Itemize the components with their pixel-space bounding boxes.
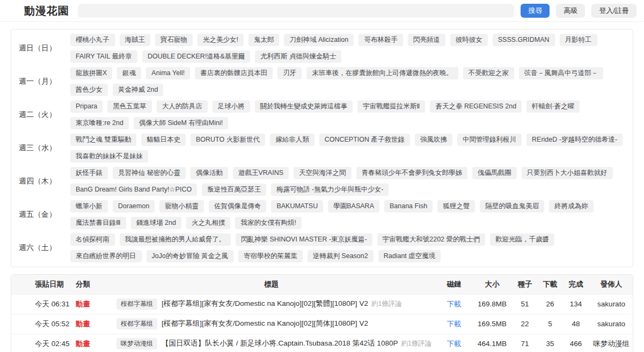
show-tag[interactable]: 名偵探柯南 [70,233,115,246]
show-tag[interactable]: 青春豬頭少年不會夢到兔女郎學姊 [356,167,468,179]
show-tag[interactable]: 錢進球場 2nd [131,217,181,229]
show-tag[interactable]: 軒轅劍·蒼之曜 [526,100,580,113]
show-tag[interactable]: 逆轉裁判 Season2 [308,250,374,262]
magnet-download-link[interactable]: 下載 [447,340,462,348]
show-tag[interactable]: 蒼天之拳 REGENESIS 2nd [430,100,522,113]
show-tag[interactable]: 火之丸相撲 [186,217,231,229]
show-tag[interactable]: 隔壁的吸血鬼美眉 [480,200,544,212]
show-tag[interactable]: 末班車後，在膠囊旅館向上司傳遞微熱的夜晚。 [306,67,458,79]
show-tag[interactable]: 閃亮頻道 [408,34,445,46]
show-tag[interactable]: SSSS.GRIDMAN [493,34,555,46]
title-link[interactable]: [桜都字幕组][家有女友/Domestic na Kanojo][02][简体]… [162,319,368,327]
show-tag[interactable]: 貓貓日本史 [141,134,186,146]
publisher-link[interactable]: sakurato [597,300,625,308]
show-tag[interactable]: 刃牙 [277,67,302,79]
show-tag[interactable]: 寄宿學校的茱麗葉 [238,250,303,262]
show-tag[interactable]: 來自繽紛世界的明日 [70,250,142,262]
show-tag[interactable]: 見習神仙 秘密的心靈 [113,167,186,179]
show-tag[interactable]: Doraemon [113,200,155,212]
show-tag[interactable]: 梅露可物語 -無氣力少年與瓶中少女- [271,184,389,196]
show-tag[interactable]: FAIRY TAIL 最終章 [70,50,137,63]
show-tag[interactable]: 龍族拼圖X [70,67,112,79]
show-tag[interactable]: 我讓最想被擁抱的男人給威脅了。 [120,233,231,246]
show-tag[interactable]: CONCEPTION 產子救世錄 [319,134,410,146]
show-tag[interactable]: 鬼太郎 [248,34,280,46]
category-link[interactable]: 動畫 [76,320,90,328]
show-tag[interactable]: 寶石寵物 [155,34,193,46]
category-link[interactable]: 動畫 [76,300,90,308]
show-tag[interactable]: Radiant 虛空魔境 [378,250,441,262]
show-tag[interactable]: 戰鬥之魂 雙重驅動 [70,134,136,146]
login-register-button[interactable]: 登入/註冊 [591,4,636,18]
group-tag[interactable]: 桜都字幕组 [116,318,157,329]
show-tag[interactable]: 偶像大師 SideM 有理由Mini! [134,117,228,129]
header-downloads: 下載 [538,275,562,294]
show-tag[interactable]: 弦音－風舞高中弓道部－ [519,67,604,79]
show-tag[interactable]: 佐賀偶像是傳奇 [209,200,267,212]
show-tag[interactable]: 不受歡迎之家 [463,67,514,79]
advanced-search-button[interactable]: 高級 [556,4,585,18]
show-tag[interactable]: 狐狸之聲 [437,200,475,212]
show-tag[interactable]: Pripara [70,100,103,113]
show-tag[interactable]: 宇宙戰艦提拉米斯Ⅱ [357,100,425,113]
show-tag[interactable]: 關於我轉生變成史萊姆這檔事 [255,100,353,113]
title-link[interactable]: 【国日双语】队长小翼 / 新足球小将.Captain.Tsubasa.2018 … [162,339,398,347]
show-tag[interactable]: RErideD -穿越時空的德希達- [526,134,623,146]
group-tag[interactable]: 咪梦动漫组 [116,338,157,349]
show-tag[interactable]: 宇宙戰艦大和號2202 愛的戰士們 [377,233,485,246]
show-tag[interactable]: 海賊王 [120,34,151,46]
show-tag[interactable]: 黑色五葉草 [107,100,152,113]
show-tag[interactable]: 中間管理錄利根川 [457,134,522,146]
show-tag[interactable]: 我喜歡的妹妹不是妹妹 [70,150,148,163]
show-tag[interactable]: 東京喰種:re 2nd [70,117,129,129]
show-tag[interactable]: 黃金神威 2nd [113,84,163,96]
category-link[interactable]: 動畫 [76,340,90,348]
publisher-link[interactable]: 咪梦动漫组 [593,340,630,348]
show-tag[interactable]: 茜色少女 [70,84,108,96]
show-tag[interactable]: BanG Dream! Girls Band Party!☆PICO [70,184,197,196]
show-tag[interactable]: 強風吹拂 [415,134,452,146]
show-tag[interactable]: 妖怪手錶 [70,167,108,179]
search-button[interactable]: 搜尋 [521,4,550,18]
show-tag[interactable]: 月影特工 [560,34,597,46]
show-tag[interactable]: 尤利西斯 貞德與煉金騎士 [255,50,341,63]
show-tag[interactable]: 銀魂 [117,67,141,79]
show-tag[interactable]: 天空與海洋之間 [294,167,352,179]
show-tag[interactable]: 終將成為妳 [549,200,594,212]
show-tag[interactable]: 櫻桃小丸子 [70,34,115,46]
show-tag[interactable]: 偶像活動 [191,167,228,179]
show-tag[interactable]: 哥布林殺手 [358,34,403,46]
show-tag[interactable]: 寵物小精靈 [159,200,204,212]
show-tag[interactable]: 叛逆性百萬亞瑟王 [202,184,266,196]
search-input[interactable] [78,4,514,18]
show-tag[interactable]: 書店裏的骷髏店員本田 [195,67,273,79]
show-tag[interactable]: 我家的女僕有夠煩! [235,217,301,229]
day-shows: 妖怪手錶見習神仙 秘密的心靈偶像活動遊戲王VRAINS天空與海洋之間青春豬頭少年… [70,167,625,196]
magnet-download-link[interactable]: 下載 [447,300,462,308]
show-tag[interactable]: 光之美少女! [197,34,244,46]
show-tag[interactable]: 足球小將 [213,100,250,113]
publisher-link[interactable]: sakurato [597,320,625,328]
group-tag[interactable]: 桜都字幕组 [116,298,157,310]
show-tag[interactable]: 蠟筆小新 [70,200,108,212]
magnet-download-link[interactable]: 下載 [447,320,462,328]
show-tag[interactable]: Anima Yell! [146,67,190,79]
show-tag[interactable]: 刀劍神域 Alicization [284,34,354,46]
title-link[interactable]: [桜都字幕组][家有女友/Domestic na Kanojo][02][繁體]… [162,299,368,307]
show-tag[interactable]: BORUTO 火影新世代 [191,134,265,146]
show-tag[interactable]: 歡迎光臨，千歲醬 [490,233,554,246]
show-tag[interactable]: BAKUMATSU [271,200,323,212]
show-tag[interactable]: 魔法禁書目錄Ⅲ [70,217,126,229]
show-tag[interactable]: 傀儡馬戲團 [472,167,517,179]
show-tag[interactable]: 只要別西卜大小姐喜歡就好 [522,167,613,179]
show-tag[interactable]: 嫁給非人類 [270,134,314,146]
show-tag[interactable]: 學園BASARA [328,200,379,212]
show-tag[interactable]: Banana Fish [384,200,433,212]
show-tag[interactable]: 遊戲王VRAINS [233,167,289,179]
show-tag[interactable]: 閃亂神樂 SHINOVI MASTER -東京妖魔篇- [236,233,372,246]
show-tag[interactable]: 大人的防具店 [157,100,208,113]
schedule-day-row: 週四（木）妖怪手錶見習神仙 秘密的心靈偶像活動遊戲王VRAINS天空與海洋之間青… [11,165,633,198]
show-tag[interactable]: DOUBLE DECKER!道格&基里爾 [142,50,250,63]
show-tag[interactable]: JoJo的奇妙冒險 黃金之風 [147,250,233,262]
show-tag[interactable]: 彼時彼女 [450,34,488,46]
